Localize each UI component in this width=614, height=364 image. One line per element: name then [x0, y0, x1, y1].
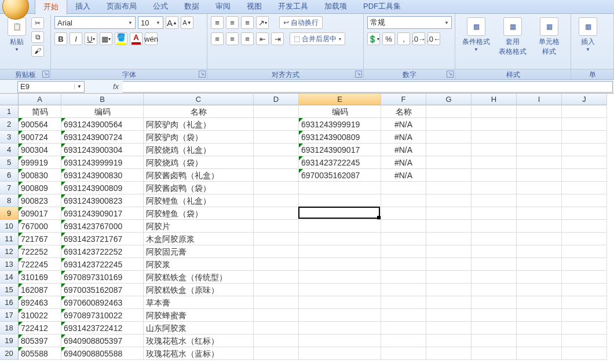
cell-F10[interactable]	[381, 220, 426, 233]
cell-F5[interactable]: #N/A	[381, 156, 426, 169]
ribbon-tab-3[interactable]: 公式	[145, 0, 176, 14]
cell-B11[interactable]: 6931423721767	[61, 233, 144, 245]
ribbon-tab-4[interactable]: 数据	[176, 0, 207, 14]
cell-H18[interactable]	[472, 322, 517, 334]
row-header-14[interactable]: 14	[0, 271, 19, 284]
comma-button[interactable]: ,	[397, 32, 410, 45]
cell-G11[interactable]	[426, 233, 472, 245]
cell-A16[interactable]: 892463	[19, 296, 61, 309]
cell-I10[interactable]	[517, 220, 562, 233]
cell-I19[interactable]	[517, 334, 562, 347]
cell-E9[interactable]	[299, 207, 381, 220]
row-header-11[interactable]: 11	[0, 233, 19, 245]
cell-C14[interactable]: 阿胶糕铁盒（传统型）	[144, 271, 254, 284]
italic-button[interactable]: I	[70, 32, 82, 45]
cell-G12[interactable]	[426, 245, 472, 258]
cell-F13[interactable]	[381, 258, 426, 271]
cell-C13[interactable]: 阿胶浆	[144, 258, 254, 271]
align-bottom-button[interactable]: ≡	[241, 16, 254, 29]
cell-I5[interactable]	[517, 156, 562, 169]
cell-G18[interactable]	[426, 322, 472, 334]
ribbon-tab-0[interactable]: 开始	[35, 0, 67, 14]
cell-C18[interactable]: 山东阿胶浆	[144, 322, 254, 334]
cell-E18[interactable]	[299, 322, 381, 334]
format-as-table-button[interactable]: ▦ 套用 表格格式	[494, 16, 532, 58]
cell-G19[interactable]	[426, 334, 472, 347]
align-top-button[interactable]: ≡	[211, 16, 224, 29]
underline-button[interactable]: U▾	[85, 32, 97, 45]
cell-J6[interactable]	[562, 169, 607, 182]
cell-D15[interactable]	[254, 284, 299, 296]
cell-B13[interactable]: 6931423722245	[61, 258, 144, 271]
cell-C8[interactable]: 阿胶鲤鱼（礼盒）	[144, 194, 254, 207]
fx-button[interactable]: fx	[109, 81, 123, 93]
cell-B19[interactable]: 6940908805397	[61, 334, 144, 347]
row-header-9[interactable]: 9	[0, 207, 19, 220]
cell-E19[interactable]	[299, 334, 381, 347]
cell-F12[interactable]	[381, 245, 426, 258]
cell-A17[interactable]: 310022	[19, 309, 61, 322]
cell-F2[interactable]: #N/A	[381, 118, 426, 131]
cell-H10[interactable]	[472, 220, 517, 233]
name-box[interactable]: E9▼	[17, 81, 85, 93]
cell-J10[interactable]	[562, 220, 607, 233]
cell-A4[interactable]: 900304	[19, 144, 61, 156]
align-right-button[interactable]: ≡	[241, 32, 254, 45]
row-header-15[interactable]: 15	[0, 284, 19, 296]
cell-D10[interactable]	[254, 220, 299, 233]
cell-J15[interactable]	[562, 284, 607, 296]
cell-G4[interactable]	[426, 144, 472, 156]
cell-I15[interactable]	[517, 284, 562, 296]
cell-D17[interactable]	[254, 309, 299, 322]
col-header-I[interactable]: I	[517, 94, 562, 105]
cell-J5[interactable]	[562, 156, 607, 169]
cell-E14[interactable]	[299, 271, 381, 284]
cell-G2[interactable]	[426, 118, 472, 131]
row-header-7[interactable]: 7	[0, 182, 19, 194]
cell-B1[interactable]: 编码	[61, 105, 144, 118]
cell-B8[interactable]: 6931243900823	[61, 194, 144, 207]
row-header-5[interactable]: 5	[0, 156, 19, 169]
cell-E7[interactable]	[299, 182, 381, 194]
number-format-combo[interactable]: 常规▼	[367, 16, 452, 29]
cell-D1[interactable]	[254, 105, 299, 118]
row-header-10[interactable]: 10	[0, 220, 19, 233]
cell-I12[interactable]	[517, 245, 562, 258]
font-size-combo[interactable]: 10▼	[138, 16, 163, 29]
cell-C10[interactable]: 阿胶片	[144, 220, 254, 233]
cell-F1[interactable]: 名称	[381, 105, 426, 118]
cell-J20[interactable]	[562, 347, 607, 360]
cell-B4[interactable]: 6931243900304	[61, 144, 144, 156]
cell-F14[interactable]	[381, 271, 426, 284]
ribbon-tab-8[interactable]: 加载项	[316, 0, 355, 14]
cell-D12[interactable]	[254, 245, 299, 258]
cell-I1[interactable]	[517, 105, 562, 118]
row-header-17[interactable]: 17	[0, 309, 19, 322]
phonetic-button[interactable]: wén	[145, 32, 158, 45]
cell-A15[interactable]: 162087	[19, 284, 61, 296]
wrap-text-button[interactable]: ↩ 自动换行	[279, 16, 323, 29]
cell-D8[interactable]	[254, 194, 299, 207]
conditional-format-button[interactable]: ▦ 条件格式 ▼	[459, 16, 494, 53]
cell-B6[interactable]: 6931243900830	[61, 169, 144, 182]
cell-H5[interactable]	[472, 156, 517, 169]
cell-F7[interactable]	[381, 182, 426, 194]
row-header-18[interactable]: 18	[0, 322, 19, 334]
cell-E5[interactable]: 6931423722245	[299, 156, 381, 169]
cell-A1[interactable]: 简码	[19, 105, 61, 118]
percent-button[interactable]: %	[382, 32, 395, 45]
cell-G10[interactable]	[426, 220, 472, 233]
cell-C1[interactable]: 名称	[144, 105, 254, 118]
decrease-decimal-button[interactable]: .0←	[427, 32, 440, 45]
cell-G5[interactable]	[426, 156, 472, 169]
cell-I20[interactable]	[517, 347, 562, 360]
cell-I2[interactable]	[517, 118, 562, 131]
orientation-button[interactable]: ↗▾	[256, 16, 269, 29]
row-header-12[interactable]: 12	[0, 245, 19, 258]
cell-C7[interactable]: 阿胶酱卤鸭（袋）	[144, 182, 254, 194]
decrease-indent-button[interactable]: ⇤	[256, 32, 269, 45]
bold-button[interactable]: B	[54, 32, 67, 45]
row-header-13[interactable]: 13	[0, 258, 19, 271]
cell-F15[interactable]	[381, 284, 426, 296]
cell-J14[interactable]	[562, 271, 607, 284]
